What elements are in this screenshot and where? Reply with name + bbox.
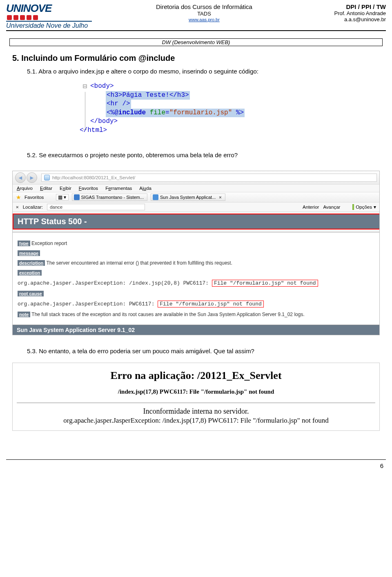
code-inc-kw: include [118, 109, 146, 116]
back-button[interactable]: ◄ [15, 172, 26, 183]
code-inc-open: <%@ [107, 109, 118, 116]
paragraph-5-3: 5.3. No entanto, a tela do erro poderia … [27, 348, 380, 354]
favorites-label[interactable]: Favoritos [24, 195, 44, 200]
code-hr: <hr /> [107, 100, 130, 107]
header-right-line3: a.a.s@uninove.br [312, 16, 386, 22]
description-label: description [18, 260, 45, 266]
note-text: The full stack traces of the exception a… [30, 312, 305, 317]
type-text: Exception report [30, 241, 67, 246]
header-center: Diretoria dos Cursos de Informática TADS… [96, 2, 312, 22]
code-h3: <h3>Págia Teste!</h3> [107, 91, 189, 99]
find-next-button[interactable]: Avançar [323, 205, 340, 209]
close-icon[interactable]: × [219, 195, 221, 200]
find-label: Localizar: [23, 205, 43, 209]
menu-favoritos[interactable]: Favoritos [79, 186, 98, 191]
page-header: UNINOVE Universidade Nove de Julho Diret… [6, 0, 386, 29]
favorites-row: ★ Favoritos ▦ ▾ SIGAS Trasmontano - Sist… [13, 192, 379, 203]
logo-word: UNINOVE [6, 3, 96, 13]
section-title: 5. Incluindo um Formulário com @include [12, 53, 380, 63]
header-right-line2: Prof. Antonio Andrade [312, 10, 386, 16]
root-cause-label: root cause [18, 291, 44, 296]
page-number: 6 [6, 462, 386, 469]
root-cause-highlight: File "/formulario.jsp" not found [158, 301, 264, 307]
close-findbar-button[interactable]: × [16, 205, 19, 209]
description-text: The server encountered an internal error… [45, 260, 232, 266]
globe-icon [153, 194, 158, 200]
star-icon: ★ [16, 194, 21, 201]
find-bar: × Localizar: dance Anterior Avançar Opçõ… [13, 203, 379, 212]
paragraph-5-2: 5.2. Se executarmos o projeto neste pont… [27, 151, 380, 158]
highlighter-icon [352, 204, 354, 210]
menu-ajuda[interactable]: Ajuda [139, 186, 151, 191]
find-input[interactable]: dance [47, 204, 145, 210]
header-center-line1: Diretoria dos Cursos de Informática [96, 3, 312, 10]
friendly-message: Inconformidade interna no servidor. [17, 407, 375, 416]
logo-block: UNINOVE Universidade Nove de Julho [6, 2, 96, 29]
header-link[interactable]: www.aas.pro.br [189, 17, 220, 22]
browser-tab-1[interactable]: SIGAS Trasmontano - Sistem... [72, 194, 147, 201]
url-text: http://localhost:8080/20121_Ex_Servlet/ [52, 175, 135, 180]
message-label: message [18, 250, 40, 256]
exception-highlight: File "/formulario.jsp" not found [212, 280, 318, 287]
ie-icon [44, 175, 50, 180]
code-snippet: ⊟ <body> <h3>Págia Teste!</h3> <hr /> <%… [80, 82, 374, 135]
grid-icon[interactable]: ▦ ▾ [56, 194, 68, 201]
friendly-title: Erro na aplicação: /20121_Ex_Servlet [17, 370, 375, 382]
exception-text-a: org.apache.jasper.JasperException: /inde… [18, 280, 212, 286]
header-right-line1: DPI / PPI / TW [312, 3, 386, 10]
address-bar[interactable]: http://localhost:8080/20121_Ex_Servlet/ [41, 174, 377, 182]
menu-editar[interactable]: Editar [40, 186, 52, 191]
friendly-trace: org.apache.jasper.JasperException: /inde… [17, 417, 375, 425]
http-status-title: HTTP Status 500 - [13, 214, 379, 229]
code-body-close: </body> [90, 118, 118, 125]
exception-label: exception [18, 270, 42, 276]
menu-arquivo[interactable]: Arquivo [17, 186, 33, 191]
code-inc-val: "formulario.jsp" [169, 109, 232, 116]
menu-exibir[interactable]: Exibir [60, 186, 71, 191]
logo-dots [7, 15, 96, 20]
dw-label: DW (Desenvolvimento WEB) [9, 38, 383, 46]
paragraph-5-1: 5.1. Abra o arquivo index.jsp e altere o… [27, 68, 380, 75]
code-inc-close: %> [236, 109, 244, 116]
code-body-open: <body> [90, 82, 114, 90]
footer-rule [6, 459, 386, 460]
code-html-close: </html> [80, 127, 107, 134]
menu-ferramentas[interactable]: Ferramentas [105, 186, 132, 191]
find-options-button[interactable]: Opções ▾ [352, 204, 376, 210]
browser-menu: Arquivo Editar Exibir Favoritos Ferramen… [13, 185, 379, 192]
header-center-line2: TADS [96, 11, 312, 17]
browser-tab-2[interactable]: Sun Java System Applicat...× [151, 194, 225, 201]
code-inc-attr: file [150, 109, 165, 116]
friendly-divider [17, 403, 375, 403]
friendly-error-box: Erro na aplicação: /20121_Ex_Servlet /in… [12, 363, 380, 431]
header-right: DPI / PPI / TW Prof. Antonio Andrade a.a… [312, 2, 386, 22]
note-label: note [18, 312, 30, 317]
header-rule [6, 30, 386, 31]
root-cause-text-a: org.apache.jasper.JasperException: PWC61… [18, 301, 158, 307]
error-body: type Exception report message descriptio… [13, 232, 379, 325]
browser-screenshot: ◄ ► http://localhost:8080/20121_Ex_Servl… [12, 171, 380, 335]
forward-button[interactable]: ► [27, 172, 37, 183]
server-footer: Sun Java System Application Server 9.1_0… [13, 325, 379, 335]
find-prev-button[interactable]: Anterior [303, 205, 319, 209]
logo-subtitle: Universidade Nove de Julho [6, 21, 92, 29]
friendly-subtitle: /index.jsp(17,8) PWC6117: File "/formula… [17, 388, 375, 395]
globe-icon [74, 194, 80, 200]
browser-nav-row: ◄ ► http://localhost:8080/20121_Ex_Servl… [13, 171, 379, 185]
type-label: type [18, 241, 30, 246]
